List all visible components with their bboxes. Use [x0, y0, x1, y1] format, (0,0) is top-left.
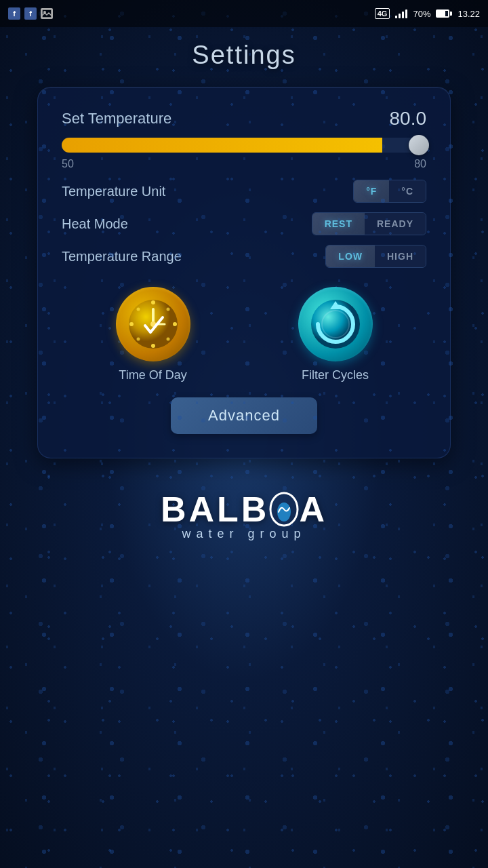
- status-left: f f: [8, 7, 53, 20]
- clock-icon-circle: [116, 287, 190, 361]
- advanced-button[interactable]: Advanced: [171, 397, 317, 434]
- battery-percent: 70%: [413, 9, 430, 19]
- slider-fill: [62, 138, 382, 153]
- image-icon: [41, 8, 53, 19]
- filter-svg: [308, 297, 363, 351]
- status-right: 4G 70% 13.22: [375, 8, 480, 19]
- slider-thumb[interactable]: [409, 135, 429, 155]
- temperature-header: Set Temperature 80.0: [62, 108, 426, 130]
- time-of-day-label: Time Of Day: [119, 368, 186, 382]
- status-bar: f f 4G 70% 13.22: [0, 0, 488, 27]
- temp-unit-fahrenheit[interactable]: °F: [354, 180, 389, 202]
- temperature-slider-container[interactable]: [62, 138, 426, 153]
- svg-point-10: [166, 338, 169, 341]
- heat-mode-rest[interactable]: REST: [312, 213, 365, 235]
- filter-cycles-button[interactable]: Filter Cycles: [298, 287, 373, 382]
- icons-row: Time Of Day: [62, 287, 426, 382]
- temperature-value: 80.0: [390, 108, 427, 130]
- temp-unit-celsius[interactable]: °C: [389, 180, 426, 202]
- page-title: Settings: [0, 27, 488, 87]
- svg-point-9: [136, 338, 140, 341]
- slider-min: 50: [62, 158, 74, 170]
- temperature-unit-toggle[interactable]: °F °C: [353, 180, 426, 203]
- temp-range-low[interactable]: LOW: [326, 245, 375, 267]
- slider-track: [62, 138, 426, 153]
- facebook-icon-2: f: [24, 7, 37, 20]
- heat-mode-row: Heat Mode REST READY: [62, 212, 426, 235]
- logo-text-a: A: [299, 489, 327, 530]
- temperature-unit-row: Temperature Unit °F °C: [62, 180, 426, 203]
- filter-cycles-label: Filter Cycles: [302, 368, 369, 382]
- logo-name: BALB A: [0, 489, 488, 530]
- facebook-icon-1: f: [8, 7, 20, 20]
- slider-range: 50 80: [62, 158, 426, 170]
- svg-point-6: [173, 322, 177, 326]
- svg-point-3: [151, 300, 155, 304]
- network-badge: 4G: [375, 8, 390, 19]
- heat-mode-ready[interactable]: READY: [365, 213, 426, 235]
- logo-o-icon: [269, 492, 299, 527]
- logo-text-balb: BALB: [161, 489, 269, 530]
- temperature-range-row: Temperature Range LOW HIGH: [62, 245, 426, 268]
- signal-icon: [395, 9, 407, 18]
- temp-range-high[interactable]: HIGH: [375, 245, 426, 267]
- battery-icon: [436, 9, 452, 18]
- temperature-range-label: Temperature Range: [62, 249, 182, 264]
- logo-subtitle: water group: [0, 527, 488, 541]
- time-of-day-button[interactable]: Time Of Day: [116, 287, 190, 382]
- heat-mode-toggle[interactable]: REST READY: [312, 212, 426, 235]
- clock-svg: [126, 297, 180, 351]
- svg-point-7: [136, 308, 140, 311]
- clock-time: 13.22: [458, 9, 480, 19]
- temperature-range-toggle[interactable]: LOW HIGH: [325, 245, 426, 268]
- svg-point-5: [129, 322, 134, 326]
- logo-section: BALB A water group: [0, 489, 488, 541]
- filter-icon-circle: [298, 287, 373, 361]
- temperature-label: Set Temperature: [62, 110, 171, 127]
- svg-point-8: [166, 308, 169, 311]
- slider-max: 80: [414, 158, 426, 170]
- svg-point-4: [151, 344, 155, 348]
- heat-mode-label: Heat Mode: [62, 216, 128, 232]
- temperature-unit-label: Temperature Unit: [62, 184, 165, 199]
- settings-card: Set Temperature 80.0 50 80 Temperature U…: [37, 87, 451, 458]
